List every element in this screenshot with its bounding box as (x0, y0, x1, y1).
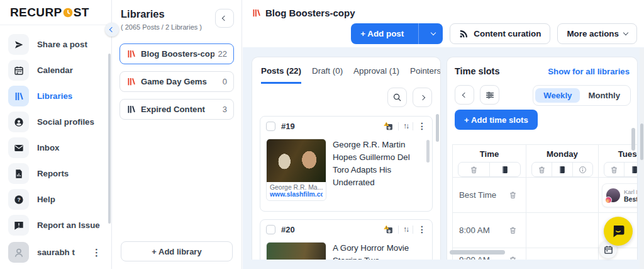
slot-cell-monday-9am[interactable] (526, 248, 598, 260)
profile-avatar (606, 188, 620, 202)
time-label: Best Time (459, 190, 496, 200)
more-actions-button[interactable]: More actions (557, 23, 637, 44)
post-card-header: #19 ↑↓ ⋮ (260, 117, 432, 135)
delete-row-button[interactable] (509, 191, 517, 199)
libraries-panel: Libraries ( 2065 Posts / 2 Libraries ) B… (112, 0, 242, 269)
time-slots-header: Time slots Show for all libraries (447, 57, 637, 76)
window-scrollbar-thumb[interactable] (640, 123, 643, 160)
recurpost-logo: RECURPST (0, 0, 111, 20)
copy-column-button[interactable] (552, 163, 572, 176)
issue-bubble-icon (8, 215, 29, 236)
post-checkbox[interactable] (266, 122, 275, 131)
link-preview-card[interactable]: George R.R. Ma... www.slashfilm.com (266, 139, 326, 201)
libraries-collapse-button[interactable] (215, 9, 234, 28)
posts-list-scrollbar[interactable] (436, 114, 439, 142)
schedule-warning-icon[interactable] (383, 224, 394, 235)
info-icon (579, 166, 587, 174)
library-list: Blog Boosters-copy 22 Game Day Gems 0 Ex… (112, 31, 242, 120)
sidebar-item-help[interactable]: ? Help (0, 186, 111, 212)
post-id: #19 (281, 122, 383, 131)
next-page-button[interactable] (413, 88, 432, 107)
add-library-button[interactable]: + Add library (121, 241, 233, 261)
link-preview-card[interactable] (266, 242, 326, 260)
logo-text-right: ST (74, 6, 89, 20)
library-item-game-day-gems[interactable]: Game Day Gems 0 (119, 71, 234, 92)
sidebar-item-inbox[interactable]: Inbox (0, 135, 111, 161)
slot-cell-tuesday-best-time[interactable]: Karl Do Best T (599, 178, 638, 213)
reorder-icon[interactable]: ↑↓ (403, 122, 408, 130)
tab-draft[interactable]: Draft (0) (312, 66, 343, 84)
post-text-scrollbar[interactable] (426, 140, 430, 163)
schedule-warning-icon[interactable] (383, 121, 394, 132)
time-slots-horizontal-scrollbar[interactable] (450, 250, 505, 255)
library-icon (126, 77, 136, 86)
time-slots-vertical-scrollbar[interactable] (631, 128, 635, 151)
sidebar-item-share-a-post[interactable]: Share a post (0, 31, 111, 57)
sidebar-scrollbar[interactable] (108, 54, 111, 224)
delete-column-button[interactable] (532, 163, 552, 176)
sidebar-item-reports[interactable]: Reports (0, 161, 111, 186)
main-area: Blog Boosters-copy + Add post Content cu… (243, 0, 644, 269)
slot-time-label: Best T (624, 195, 638, 203)
tab-pointers[interactable]: Pointers (410, 66, 441, 84)
slot-texts: Karl Do Best T (624, 188, 638, 203)
sidebar-collapse-handle[interactable] (105, 23, 119, 37)
sidebar-item-calendar[interactable]: Calendar (0, 57, 111, 83)
trash-icon (470, 166, 478, 174)
tab-approval[interactable]: Approval (1) (353, 66, 399, 84)
library-icon (252, 8, 261, 18)
scheduled-slot-card[interactable]: Karl Do Best T (602, 183, 638, 207)
library-item-blog-boosters-copy[interactable]: Blog Boosters-copy 22 (119, 43, 234, 64)
link-preview-meta: George R.R. Ma... www.slashfilm.com (267, 182, 326, 200)
monthly-toggle[interactable]: Monthly (580, 88, 628, 103)
column-monday: Monday (526, 145, 599, 260)
slot-cell-monday-8am[interactable] (526, 213, 598, 248)
divider (413, 122, 413, 130)
post-menu-kebab-icon[interactable]: ⋮ (418, 121, 426, 131)
sidebar-item-libraries[interactable]: Libraries (0, 83, 111, 109)
copy-column-button[interactable] (624, 163, 638, 176)
info-button[interactable] (572, 163, 592, 176)
add-post-label: + Add post (351, 29, 413, 38)
book-icon (558, 166, 566, 174)
sidebar-item-label: Calendar (37, 66, 73, 75)
sidebar-item-social-profiles[interactable]: Social profiles (0, 109, 111, 135)
rss-icon (459, 29, 469, 38)
add-time-slots-button[interactable]: + Add time slots (455, 110, 538, 130)
add-post-button[interactable]: + Add post (351, 23, 443, 44)
content-curation-button[interactable]: Content curation (450, 23, 550, 44)
trash-icon (610, 166, 618, 174)
search-button[interactable] (387, 88, 407, 107)
user-menu-kebab-icon[interactable]: ⋮ (89, 247, 111, 258)
trash-icon (509, 191, 517, 199)
sidebar-item-label: Inbox (37, 143, 59, 152)
delete-row-button[interactable] (509, 226, 517, 234)
time-row-8am: 8:00 AM (453, 213, 526, 248)
delete-column-button[interactable] (458, 163, 489, 176)
instagram-badge-icon (605, 197, 612, 203)
sidebar-item-report-an-issue[interactable]: Report an Issue (0, 212, 111, 238)
show-all-libraries-link[interactable]: Show for all libraries (548, 67, 630, 76)
delete-column-button[interactable] (604, 163, 624, 176)
chevron-right-icon (419, 94, 425, 100)
filter-button[interactable] (480, 85, 499, 105)
copy-column-button[interactable] (489, 163, 521, 176)
post-menu-kebab-icon[interactable]: ⋮ (418, 224, 426, 234)
clock-icon (63, 8, 73, 18)
delete-row-button[interactable] (509, 256, 517, 260)
library-item-expired-content[interactable]: Expired Content 3 (119, 99, 234, 120)
prev-week-button[interactable] (455, 85, 474, 105)
weekly-toggle[interactable]: Weekly (535, 88, 580, 103)
link-preview-url[interactable]: www.slashfilm.com (270, 191, 323, 198)
user-account-row[interactable]: saurabh t ⋮ (0, 239, 111, 265)
window-scrollbar-track[interactable] (640, 48, 644, 269)
trash-icon (509, 226, 517, 234)
reorder-icon[interactable]: ↑↓ (403, 225, 408, 234)
user-avatar (8, 242, 29, 263)
chat-widget-button[interactable] (604, 217, 633, 246)
tab-posts[interactable]: Posts (22) (261, 66, 301, 84)
slot-cell-monday-best-time[interactable] (526, 178, 598, 213)
add-post-dropdown[interactable] (424, 33, 443, 35)
book-icon (501, 166, 509, 174)
post-checkbox[interactable] (266, 225, 275, 234)
